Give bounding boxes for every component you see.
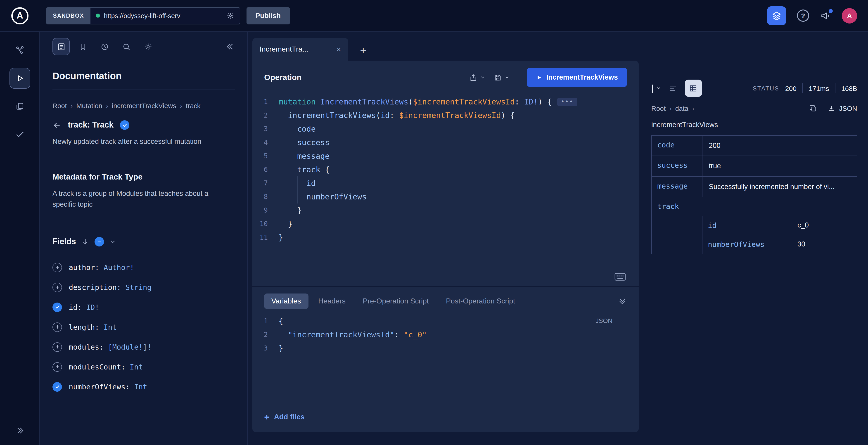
collapse-variables-icon[interactable] (618, 297, 627, 306)
response-row-track[interactable]: track (652, 197, 857, 216)
copy-response-icon[interactable] (809, 104, 817, 113)
sort-down-icon[interactable] (82, 238, 89, 246)
keyboard-shortcuts-icon[interactable] (614, 272, 626, 281)
code-line[interactable]: 11} (252, 231, 639, 244)
token-op: IncrementTrackViews (320, 97, 408, 106)
announcements-icon[interactable] (820, 10, 831, 21)
tab-saved[interactable] (74, 38, 91, 55)
tab-variables[interactable]: Variables (264, 293, 308, 309)
code-line[interactable]: 1{ (252, 314, 639, 328)
tab-documentation[interactable] (53, 38, 70, 55)
variables-code: 1{2"incrementTrackViewsId": "c_0"3} (252, 314, 639, 355)
rail-item-checks[interactable] (9, 124, 30, 145)
rail-item-schema[interactable] (9, 40, 30, 61)
layers-icon (772, 11, 782, 21)
share-action[interactable] (469, 73, 485, 82)
publish-button[interactable]: Publish (246, 7, 290, 24)
tree-view-icon[interactable] (669, 84, 678, 93)
indent-guide (288, 203, 297, 217)
response-row-code[interactable]: code200 (652, 136, 857, 156)
tab-post-operation-script[interactable]: Post-Operation Script (439, 293, 522, 309)
fields-options-chevron-icon[interactable] (110, 238, 116, 245)
response-cursor-selector[interactable]: | (651, 83, 661, 93)
response-status-group: STATUS 200 171ms 168B (753, 83, 857, 93)
table-view-button[interactable] (685, 80, 702, 97)
field-checked-icon[interactable] (53, 382, 62, 391)
tab-pre-operation-script[interactable]: Pre-Operation Script (355, 293, 436, 309)
user-avatar[interactable]: A (842, 8, 857, 23)
token-pl: } (288, 219, 293, 228)
breadcrumb-item[interactable]: Root (53, 102, 67, 109)
collapsed-ellipsis-icon[interactable]: ••• (557, 97, 577, 106)
breadcrumb-item[interactable]: data (675, 104, 688, 112)
field-row-numberOfViews[interactable]: numberOfViews: Int (53, 377, 235, 396)
response-row-message[interactable]: messageSuccessfully incremented number o… (652, 177, 857, 197)
help-icon[interactable]: ? (797, 9, 809, 22)
variables-editor[interactable]: JSON 1{2"incrementTrackViewsId": "c_0"3} (252, 314, 639, 355)
apollo-logo[interactable]: A (11, 7, 29, 24)
field-checked-icon[interactable] (53, 302, 62, 312)
collapse-panel-button[interactable] (226, 42, 235, 51)
sandbox-badge[interactable]: SANDBOX (46, 7, 90, 24)
code-line[interactable]: 9} (252, 203, 639, 217)
code-line[interactable]: 8numberOfViews (252, 190, 639, 203)
rail-item-operations[interactable] (9, 96, 30, 117)
breadcrumb-item[interactable]: track (186, 102, 200, 109)
tab-headers[interactable]: Headers (311, 293, 353, 309)
code-line[interactable]: 2incrementTrackViews(id: $incrementTrack… (252, 108, 639, 122)
rail-item-explorer[interactable] (9, 68, 30, 89)
token-var: $incrementTrackViewsId (399, 111, 501, 120)
breadcrumb-item[interactable]: Root (651, 104, 665, 112)
field-add-icon[interactable] (53, 262, 62, 272)
code-line[interactable]: 6track { (252, 163, 639, 177)
code-line[interactable]: 5message (252, 149, 639, 163)
operation-tab[interactable]: IncrementTra... × (252, 38, 348, 61)
field-row-modulesCount[interactable]: modulesCount: Int (53, 357, 235, 377)
operation-editor[interactable]: 1mutation IncrementTrackViews($increment… (252, 90, 639, 286)
tab-search[interactable] (118, 38, 135, 55)
field-add-icon[interactable] (53, 362, 62, 372)
endpoint-url[interactable]: https://odyssey-lift-off-serv (104, 12, 222, 19)
code-line[interactable]: 7id (252, 177, 639, 190)
save-action[interactable] (494, 73, 510, 82)
add-tab-button[interactable]: + (360, 45, 366, 56)
field-row-modules[interactable]: modules: [Module!]! (53, 337, 235, 357)
endpoint-settings-icon[interactable] (226, 12, 234, 20)
code-line[interactable]: 10} (252, 217, 639, 231)
code-line[interactable]: 4success (252, 136, 639, 149)
tab-settings[interactable] (139, 38, 156, 55)
field-add-icon[interactable] (53, 282, 62, 292)
response-row-success[interactable]: successtrue (652, 156, 857, 177)
breadcrumb-item[interactable]: incrementTrackViews (112, 102, 176, 109)
download-json-button[interactable]: JSON (827, 104, 857, 113)
run-operation-button[interactable]: IncrementTrackViews (527, 68, 627, 87)
response-value: 30 (791, 235, 857, 254)
field-add-icon[interactable] (53, 342, 62, 352)
document-icon (57, 42, 65, 51)
field-row-description[interactable]: description: String (53, 277, 235, 297)
back-arrow-icon[interactable] (53, 121, 62, 130)
code-line[interactable]: 2"incrementTrackViewsId": "c_0" (252, 328, 639, 342)
line-number: 8 (252, 193, 279, 201)
tab-history[interactable] (96, 38, 113, 55)
field-row-length[interactable]: length: Int (53, 317, 235, 337)
token-pl (316, 97, 320, 106)
add-files-button[interactable]: + Add files (252, 412, 639, 432)
line-number: 4 (252, 138, 279, 147)
endpoint-url-field[interactable]: https://odyssey-lift-off-serv (90, 7, 240, 24)
code-line[interactable]: 1mutation IncrementTrackViews($increment… (252, 95, 639, 108)
nested-indent-cell (652, 216, 703, 254)
field-add-icon[interactable] (53, 322, 62, 332)
graph-layers-button[interactable] (767, 6, 786, 25)
close-tab-icon[interactable]: × (337, 45, 341, 53)
code-line[interactable]: 3} (252, 342, 639, 355)
code-line[interactable]: 3code (252, 122, 639, 136)
token-pl: } (297, 206, 302, 215)
rail-expand-button[interactable] (15, 426, 24, 435)
breadcrumb-item[interactable]: Mutation (76, 102, 102, 109)
field-row-id[interactable]: id: ID! (53, 297, 235, 317)
line-content: code (279, 122, 316, 136)
deselect-all-fields-icon[interactable] (95, 237, 104, 247)
field-row-author[interactable]: author: Author! (53, 257, 235, 277)
operation-actions: IncrementTrackViews (469, 68, 627, 87)
